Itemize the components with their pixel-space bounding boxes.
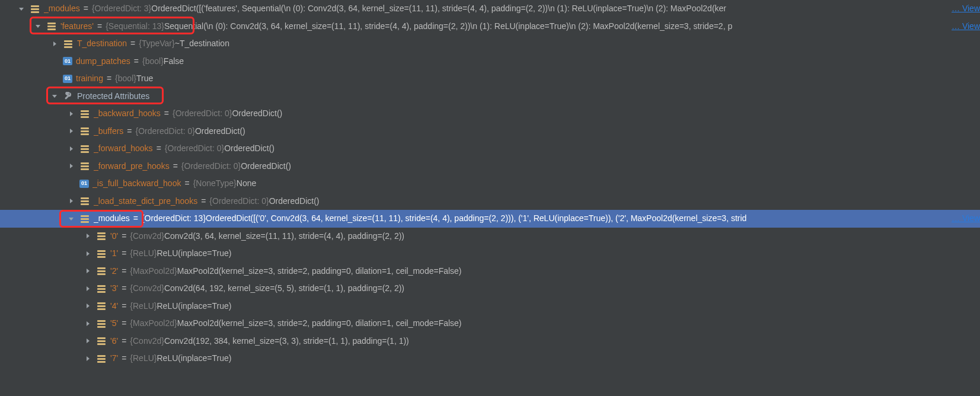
object-icon	[30, 4, 40, 14]
row-content: '7' = {ReLU} ReLU(inplace=True)	[110, 350, 980, 368]
variable-type: {Sequential: 13}	[106, 18, 164, 36]
variable-name: _is_full_backward_hook	[92, 175, 181, 193]
variables-tree[interactable]: _modules = {OrderedDict: 3} OrderedDict(…	[0, 0, 980, 368]
variable-value: OrderedDict([('0', Conv2d(3, 64, kernel_…	[206, 210, 746, 228]
variable-name: training	[76, 70, 103, 88]
object-icon	[96, 283, 107, 294]
variable-type: {bool}	[142, 53, 164, 71]
row-content: _buffers = {OrderedDict: 0} OrderedDict(…	[94, 123, 980, 140]
variable-name: _buffers	[94, 123, 123, 140]
variable-type: {MaxPool2d}	[130, 315, 177, 333]
expand-arrow-icon[interactable]	[83, 354, 92, 363]
variable-type: {MaxPool2d}	[130, 263, 177, 280]
tree-row[interactable]: '0' = {Conv2d} Conv2d(3, 64, kernel_size…	[0, 228, 980, 245]
view-link[interactable]: … View	[952, 0, 980, 18]
variable-name: 'features'	[60, 18, 94, 36]
primitive-icon: 01	[79, 180, 89, 188]
equals-sign: =	[134, 53, 139, 71]
tree-row[interactable]: 01_is_full_backward_hook = {NoneType} No…	[0, 175, 980, 193]
equals-sign: =	[201, 193, 206, 210]
tree-row[interactable]: '6' = {Conv2d} Conv2d(192, 384, kernel_s…	[0, 333, 980, 350]
tree-row[interactable]: '7' = {ReLU} ReLU(inplace=True)	[0, 350, 980, 368]
tree-row[interactable]: _buffers = {OrderedDict: 0} OrderedDict(…	[0, 123, 980, 140]
variable-value: OrderedDict([('features', Sequential(\n …	[151, 0, 726, 18]
row-content: '6' = {Conv2d} Conv2d(192, 384, kernel_s…	[110, 333, 980, 350]
key-icon	[63, 91, 74, 101]
variable-name: '6'	[110, 333, 118, 350]
expand-arrow-icon[interactable]	[66, 126, 76, 136]
tree-row[interactable]: 'features' = {Sequential: 13} Sequential…	[0, 18, 980, 36]
object-icon	[96, 318, 107, 329]
tree-row[interactable]: _forward_hooks = {OrderedDict: 0} Ordere…	[0, 140, 980, 158]
variable-type: {OrderedDict: 3}	[92, 0, 151, 18]
object-icon	[63, 39, 74, 49]
equals-sign: =	[122, 298, 126, 315]
object-icon	[79, 143, 90, 154]
tree-row[interactable]: 01training = {bool} True	[0, 70, 980, 88]
variable-type: {TypeVar}	[139, 35, 174, 53]
equals-sign: =	[122, 228, 126, 245]
row-content: _load_state_dict_pre_hooks = {OrderedDic…	[94, 193, 980, 210]
variable-value: MaxPool2d(kernel_size=3, stride=2, paddi…	[177, 315, 462, 333]
expand-arrow-icon[interactable]	[66, 144, 76, 154]
variable-type: {NoneType}	[193, 175, 237, 193]
object-icon	[96, 353, 107, 364]
tree-row[interactable]: Protected Attributes	[0, 88, 980, 106]
tree-row[interactable]: '5' = {MaxPool2d} MaxPool2d(kernel_size=…	[0, 315, 980, 333]
tree-row[interactable]: '3' = {Conv2d} Conv2d(64, 192, kernel_si…	[0, 280, 980, 298]
variable-type: {OrderedDict: 13}	[142, 210, 206, 228]
expand-arrow-icon[interactable]	[66, 109, 76, 119]
equals-sign: =	[122, 280, 126, 298]
expand-arrow-icon[interactable]	[83, 231, 92, 241]
row-content: _forward_hooks = {OrderedDict: 0} Ordere…	[94, 140, 980, 158]
expand-arrow-icon[interactable]	[83, 319, 92, 328]
variable-name: _modules	[94, 210, 130, 228]
object-icon	[96, 301, 107, 311]
expand-arrow-icon[interactable]	[83, 284, 92, 293]
primitive-icon: 01	[63, 75, 72, 83]
row-content: dump_patches = {bool} False	[76, 53, 980, 71]
variable-name: dump_patches	[76, 53, 130, 71]
variable-name: '7'	[110, 350, 118, 368]
equals-sign: =	[122, 333, 126, 350]
variable-value: ReLU(inplace=True)	[157, 350, 231, 368]
expand-arrow-icon[interactable]	[83, 336, 92, 346]
view-link[interactable]: … View	[952, 210, 980, 228]
primitive-icon: 01	[63, 57, 72, 65]
variable-name: Protected Attributes	[77, 88, 149, 106]
expand-arrow-icon[interactable]	[83, 301, 92, 311]
collapse-arrow-icon[interactable]	[66, 214, 76, 223]
collapse-arrow-icon[interactable]	[50, 91, 59, 101]
tree-row[interactable]: _modules = {OrderedDict: 3} OrderedDict(…	[0, 0, 980, 18]
variable-value: None	[237, 175, 256, 193]
expand-arrow-icon[interactable]	[66, 196, 76, 206]
view-link[interactable]: … View	[952, 18, 980, 36]
variable-type: {Conv2d}	[130, 333, 164, 350]
tree-row[interactable]: _load_state_dict_pre_hooks = {OrderedDic…	[0, 193, 980, 210]
tree-row[interactable]: _backward_hooks = {OrderedDict: 0} Order…	[0, 105, 980, 123]
expand-arrow-icon[interactable]	[50, 39, 59, 49]
variable-value: ReLU(inplace=True)	[157, 245, 231, 263]
variable-name: _forward_pre_hooks	[94, 158, 170, 175]
tree-row[interactable]: _forward_pre_hooks = {OrderedDict: 0} Or…	[0, 158, 980, 175]
variable-value: Conv2d(192, 384, kernel_size=(3, 3), str…	[164, 333, 409, 350]
tree-row[interactable]: T_destination = {TypeVar} ~T_destination	[0, 35, 980, 53]
variable-type: {OrderedDict: 0}	[209, 193, 269, 210]
variable-type: {Conv2d}	[130, 228, 164, 245]
variable-type: {ReLU}	[130, 245, 157, 263]
collapse-arrow-icon[interactable]	[17, 4, 26, 14]
expand-arrow-icon[interactable]	[83, 249, 92, 258]
tree-row[interactable]: '4' = {ReLU} ReLU(inplace=True)	[0, 298, 980, 315]
equals-sign: =	[130, 35, 135, 53]
tree-row[interactable]: 01dump_patches = {bool} False	[0, 53, 980, 71]
variable-type: {ReLU}	[130, 298, 157, 315]
expand-arrow-icon[interactable]	[83, 266, 92, 276]
expand-arrow-icon[interactable]	[66, 161, 76, 171]
variable-value: OrderedDict()	[232, 105, 282, 123]
row-content: '0' = {Conv2d} Conv2d(3, 64, kernel_size…	[110, 228, 980, 245]
tree-row[interactable]: '2' = {MaxPool2d} MaxPool2d(kernel_size=…	[0, 263, 980, 280]
object-icon	[96, 336, 107, 346]
tree-row[interactable]: _modules = {OrderedDict: 13} OrderedDict…	[0, 210, 980, 228]
collapse-arrow-icon[interactable]	[33, 21, 43, 31]
tree-row[interactable]: '1' = {ReLU} ReLU(inplace=True)	[0, 245, 980, 263]
